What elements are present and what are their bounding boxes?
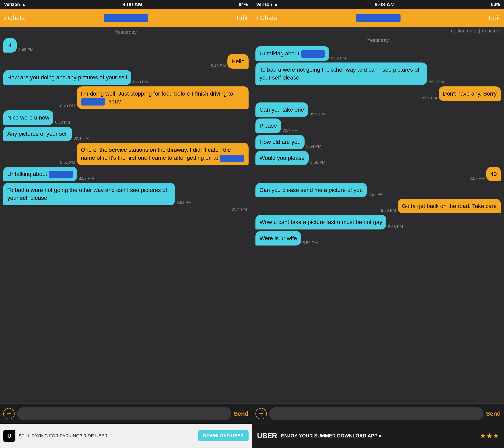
bubble-how-old: How old are you <box>255 135 305 149</box>
bubble-would-please: Would you please <box>255 151 309 165</box>
bubble-hello: Hello <box>227 54 249 69</box>
msg-row: Can you please send me a picture of you … <box>255 183 501 197</box>
msg-row: Wow u cant take a picture fast u must be… <box>255 215 501 229</box>
msg-row: 8:48 PM Hello <box>3 54 249 69</box>
msg-row: How old are you 8:54 PM <box>255 135 501 149</box>
timestamp-s9: 8:57 PM <box>368 192 383 197</box>
edit-button-right[interactable]: Edit <box>489 14 500 22</box>
uber-logo-ad-left: U <box>3 430 16 442</box>
chat-area-left: Hi 8:48 PM 8:48 PM Hello How are you doi… <box>0 36 252 403</box>
plus-button-left[interactable]: + <box>3 408 15 419</box>
redacted-r1 <box>301 50 325 58</box>
carrier-left: Verizon <box>4 2 20 7</box>
scroll-hint-right: getting on at [redacted] <box>252 27 504 35</box>
timestamp-m9: 8:53 PM <box>177 200 192 205</box>
contact-name-left <box>104 14 148 22</box>
msg-row: Would you please 8:56 PM <box>255 151 501 165</box>
timestamp-m7: 8:51 PM <box>60 160 75 165</box>
status-left-right: Verizon ▲ <box>256 2 278 7</box>
ad-text-left: STILL PAYING FOR PARKING? RIDE UBER <box>19 433 195 439</box>
bubble-wow-cant: Wow u cant take a picture fast u must be… <box>255 215 386 229</box>
timestamp-m3: 8:49 PM <box>133 80 148 84</box>
bubble-ur-talking-r: Ur talking about <box>255 46 329 61</box>
plus-button-right[interactable]: + <box>255 408 267 419</box>
msg-row: To bad u were not going the other way an… <box>3 183 249 205</box>
bubble-please: Please <box>255 119 281 133</box>
bubble-to-bad: To bad u were not going the other way an… <box>3 183 175 205</box>
bubble-ur-talking: Ur talking about <box>3 167 77 181</box>
status-left-left: Verizon ▲ <box>4 2 26 7</box>
bubble-40: 40 <box>486 167 501 181</box>
status-right-left: 84% <box>239 2 248 7</box>
uber-stars-right: ★★★ <box>480 431 499 440</box>
timestamp-m5: 8:50 PM <box>55 120 70 125</box>
back-label-right: Chats <box>260 14 277 22</box>
timestamp-s11: 8:58 PM <box>388 224 403 229</box>
timestamp-s3: 8:54 PM <box>422 96 437 100</box>
send-button-right[interactable]: Send <box>486 410 501 417</box>
status-bar-right: Verizon ▲ 9:03 AM 83% <box>252 0 504 9</box>
message-input-left[interactable] <box>17 407 231 420</box>
bubble-hi: Hi <box>3 38 17 53</box>
bubble-doing-well: I'm doing well. Just stopping for food b… <box>77 87 249 109</box>
time-right: 9:03 AM <box>375 1 395 8</box>
ad-bar-right: UBER ENJOY YOUR SUMMER DOWNLOAD APP » ★★… <box>252 424 504 448</box>
msg-row: To bad u were not going the other way an… <box>255 62 501 85</box>
screen-left: Verizon ▲ 9:00 AM 84% ‹ Chats Edit Yeste… <box>0 0 252 448</box>
nav-title-left <box>104 14 148 22</box>
battery-right: 83% <box>491 2 500 7</box>
back-button-right[interactable]: ‹ Chats <box>256 14 277 22</box>
timestamp-m4: 8:49 PM <box>60 104 75 108</box>
download-button-left[interactable]: DOWNLOAD UBER <box>198 430 249 441</box>
date-label-right: Yesterday <box>252 35 504 45</box>
back-button-left[interactable]: ‹ Chats <box>4 14 25 22</box>
msg-row: Please 8:54 PM <box>255 119 501 133</box>
bottom-bar-left: + Send <box>0 403 252 424</box>
timestamp-s12: 8:59 PM <box>303 240 318 245</box>
timestamp-m6: 8:51 PM <box>74 136 89 141</box>
status-bar-left: Verizon ▲ 9:00 AM 84% <box>0 0 252 9</box>
nav-bar-left: ‹ Chats Edit <box>0 9 252 27</box>
timestamp-s1: 8:52 PM <box>331 56 346 60</box>
redacted-3 <box>49 171 73 178</box>
redacted-2 <box>220 155 244 162</box>
bubble-dont-have: Don't have any. Sorry <box>439 87 501 101</box>
date-label-left: Yesterday <box>0 27 252 36</box>
wifi-icon-left: ▲ <box>21 2 26 7</box>
timestamp-s6: 8:54 PM <box>306 144 321 149</box>
nav-bar-right: ‹ Chats Edit <box>252 9 504 27</box>
bubble-wife: Were is ur wife <box>255 231 301 246</box>
timestamp-s7: 8:56 PM <box>310 160 325 165</box>
msg-row: Can you take one 8:54 PM <box>255 103 501 117</box>
bubble-to-bad-r: To bad u were not going the other way an… <box>255 62 427 85</box>
msg-row: How are you doing and any pictures of yo… <box>3 70 249 85</box>
bubble-service-station: One of the service stations on the thruw… <box>77 143 249 165</box>
chevron-back-right: ‹ <box>256 14 258 22</box>
bubble-can-take: Can you take one <box>255 103 308 117</box>
timestamp-s4: 8:54 PM <box>310 112 325 116</box>
bottom-bar-right: + Send <box>252 403 504 424</box>
uber-ad-text-right: ENJOY YOUR SUMMER DOWNLOAD APP » <box>281 433 476 439</box>
message-input-right[interactable] <box>269 407 484 420</box>
bubble-gotta: Gotta get back on the road. Take care <box>398 199 501 213</box>
chat-area-right: Ur talking about 8:52 PM To bad u were n… <box>252 45 504 403</box>
screen-right: Verizon ▲ 9:03 AM 83% ‹ Chats Edit getti… <box>252 0 504 448</box>
timestamp-s8: 8:57 PM <box>469 176 485 181</box>
nav-title-right <box>356 14 400 22</box>
status-right-right: 83% <box>491 2 500 7</box>
bubble-nice-where: Nice were u now <box>3 110 53 125</box>
battery-left: 84% <box>239 2 248 7</box>
timestamp-partial: 8:54 PM <box>3 207 249 212</box>
back-label-left: Chats <box>8 14 25 22</box>
send-button-left[interactable]: Send <box>234 410 249 417</box>
contact-name-right <box>356 14 400 22</box>
edit-button-left[interactable]: Edit <box>236 14 248 22</box>
msg-row: 8:54 PM Don't have any. Sorry <box>255 87 501 101</box>
time-left: 9:00 AM <box>122 1 143 8</box>
timestamp-s10: 8:58 PM <box>381 208 396 213</box>
msg-row: 8:58 PM Gotta get back on the road. Take… <box>255 199 501 213</box>
timestamp-s2: 8:53 PM <box>429 80 444 84</box>
msg-row: Any pictures of your self 8:51 PM <box>3 127 249 141</box>
msg-row: Nice were u now 8:50 PM <box>3 110 249 125</box>
timestamp-m8: 8:52 PM <box>79 176 94 181</box>
